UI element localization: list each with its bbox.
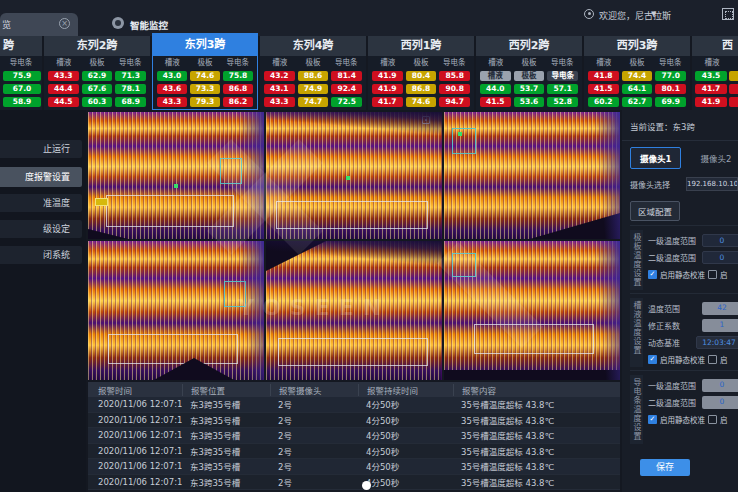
region-config-button[interactable]: 区域配置: [630, 201, 680, 221]
temp-chip: 75.9: [3, 71, 41, 81]
span-column[interactable]: 西列2跨 槽液极板导电条 槽液极板导电条44.053.757.141.553.6…: [476, 36, 582, 110]
temperature-section: 槽液温度设置 温度范围42修正系数1动态基准12:03:47 ✓ 启用静态校准 …: [630, 293, 738, 370]
temp-chip: 74.4: [622, 71, 653, 81]
alarm-camera: 2号: [270, 429, 358, 441]
alarm-duration: 4分50秒: [358, 414, 453, 426]
span-column[interactable]: 西列3跨 槽液极板导电条 41.874.477.041.564.180.160.…: [584, 36, 690, 110]
sidebar-item-base-temperature[interactable]: 准温度: [0, 194, 82, 212]
field-input[interactable]: 12:03:47: [696, 336, 738, 349]
sidebar-item-close-system[interactable]: 闭系统: [0, 246, 82, 264]
temp-chip: 78.1: [115, 84, 146, 94]
span-title[interactable]: 西列2跨: [476, 36, 582, 56]
alarm-table: 报警时间 报警位置 报警摄像头 报警持续时间 报警内容 2020/11/06 1…: [88, 382, 620, 492]
thermal-image-3[interactable]: [444, 112, 620, 239]
col-header-duration: 报警持续时间: [358, 384, 453, 396]
temp-chip: 69.9: [655, 97, 686, 107]
span-column-partial-right[interactable]: 西 槽液 43.5 41.7 41.9: [692, 36, 738, 110]
alarm-row[interactable]: 2020/11/06 12:07:16 东3跨35号槽 2号 4分50秒 35号…: [88, 475, 620, 491]
span-column[interactable]: 东列2跨 槽液极板导电条 43.362.971.344.467.678.144.…: [44, 36, 150, 110]
temp-chip: 60.2: [588, 97, 619, 107]
temperature-section: 极板温度设置 一级温度范围0二级温度范围0 ✓ 启用静态校准 启: [630, 225, 738, 293]
save-button[interactable]: 保存: [640, 459, 690, 476]
sidebar-item-alarm-settings[interactable]: 度报警设置: [0, 167, 82, 187]
alarm-row[interactable]: 2020/11/06 12:07:16 东3跨35号槽 2号 4分50秒 35号…: [88, 397, 620, 413]
alarm-camera: 2号: [270, 460, 358, 472]
temp-chip: 58.9: [3, 97, 41, 107]
temp-chip: 67.6: [82, 84, 113, 94]
span-title[interactable]: 东列3跨: [152, 33, 258, 56]
temperature-section: 导电条温度设置 一级温度范围0二级温度范围0 ✓ 启用静态校准 启: [630, 370, 738, 447]
static-calibration-checkbox[interactable]: ✓: [648, 270, 657, 279]
close-icon[interactable]: ×: [59, 18, 70, 29]
static-calibration-checkbox[interactable]: ✓: [648, 415, 657, 424]
dynamic-calibration-checkbox[interactable]: [708, 415, 717, 424]
field-label: 修正系数: [648, 320, 680, 331]
temp-tag: [95, 198, 108, 206]
temp-chip: 72.5: [331, 97, 362, 107]
span-column[interactable]: 东列3跨 槽液极板导电条 43.074.675.843.673.386.843.…: [152, 33, 258, 110]
browser-tab-label: 览: [2, 18, 11, 31]
dynamic-calibration-label: 启: [720, 354, 728, 365]
temp-chip-clipped: [729, 97, 738, 107]
span-title[interactable]: 西: [692, 36, 738, 56]
static-calibration-checkbox[interactable]: ✓: [648, 355, 657, 364]
temp-chip: 41.9: [695, 97, 727, 107]
sub-header: 槽液: [371, 56, 404, 68]
fullscreen-icon[interactable]: [722, 8, 734, 20]
field-input[interactable]: 0: [702, 379, 738, 392]
alarm-duration: 4分50秒: [358, 398, 453, 410]
temp-chip: 94.7: [439, 97, 470, 107]
browser-tab[interactable]: 览 ×: [0, 13, 78, 36]
alarm-row[interactable]: 2020/11/06 12:07:16 东3跨35号槽 2号 4分50秒 35号…: [88, 428, 620, 444]
camera-select-label: 摄像头选择: [630, 179, 670, 190]
field-input[interactable]: 0: [702, 251, 738, 264]
field-input[interactable]: 42: [702, 302, 738, 315]
alarm-row[interactable]: 2020/11/06 12:07:16 东3跨35号槽 2号 4分50秒 35号…: [88, 444, 620, 460]
span-title[interactable]: 西列1跨: [368, 36, 474, 56]
temp-chip: 73.3: [190, 84, 220, 94]
static-calibration-label: 启用静态校准: [660, 269, 705, 280]
sidebar-item-stop-run[interactable]: 止运行: [0, 140, 82, 158]
section-side-label: 极板温度设置: [630, 230, 643, 290]
section-side-label: 导电条温度设置: [630, 375, 643, 444]
dynamic-calibration-checkbox[interactable]: [708, 270, 717, 279]
span-title[interactable]: 跨: [0, 36, 42, 56]
col-header-time: 报警时间: [88, 384, 182, 396]
span-column[interactable]: 西列1跨 槽液极板导电条 41.980.485.841.986.890.841.…: [368, 36, 474, 110]
span-title[interactable]: 东列4跨: [260, 36, 366, 56]
alarm-row[interactable]: 2020/11/06 12:07:16 东3跨35号槽 2号 4分50秒 35号…: [88, 459, 620, 475]
tab-camera-1[interactable]: 摄像头1: [630, 147, 681, 169]
sidebar-item-advanced-settings[interactable]: 级设定: [0, 220, 82, 238]
measure-point: [458, 132, 462, 136]
field-input[interactable]: 1: [702, 319, 738, 332]
tab-camera-2[interactable]: 摄像头2: [691, 148, 738, 168]
camera-ip-input[interactable]: 192.168.10.106: [686, 177, 738, 191]
span-column-partial-left[interactable]: 跨 导电条 75.9 67.0 58.9: [0, 36, 42, 110]
alarm-camera: 2号: [270, 398, 358, 410]
alarm-row[interactable]: 2020/11/06 12:07:16 东3跨35号槽 2号 4分50秒 35号…: [88, 413, 620, 429]
user-icon: [584, 9, 594, 19]
temp-chip: 导电条: [547, 71, 578, 81]
temp-chip: 43.0: [157, 71, 187, 81]
alarm-camera: 2号: [270, 476, 358, 488]
span-title[interactable]: 东列2跨: [44, 36, 150, 56]
app-title: 智能监控: [130, 18, 168, 32]
sub-header: 导电条: [114, 56, 147, 68]
field-label: 二级温度范围: [648, 397, 696, 408]
temp-chip: 81.4: [331, 71, 362, 81]
field-label: 动态基准: [648, 337, 680, 348]
dynamic-calibration-checkbox[interactable]: [708, 355, 717, 364]
temp-chip: 77.0: [655, 71, 686, 81]
temp-chip-clipped: [729, 84, 738, 94]
field-input[interactable]: 0: [702, 234, 738, 247]
field-input[interactable]: 0: [702, 396, 738, 409]
temp-chip: 67.0: [3, 84, 41, 94]
span-title[interactable]: 西列3跨: [584, 36, 690, 56]
pagination-dot[interactable]: [362, 481, 371, 490]
chevron-down-icon[interactable]: ▼: [651, 10, 656, 18]
sub-header: 极板: [512, 56, 545, 68]
temp-chip: 74.6: [190, 71, 220, 81]
alarm-duration: 4分50秒: [358, 445, 453, 457]
span-column[interactable]: 东列4跨 槽液极板导电条 43.288.681.443.174.992.443.…: [260, 36, 366, 110]
temp-chip: 64.1: [622, 84, 653, 94]
